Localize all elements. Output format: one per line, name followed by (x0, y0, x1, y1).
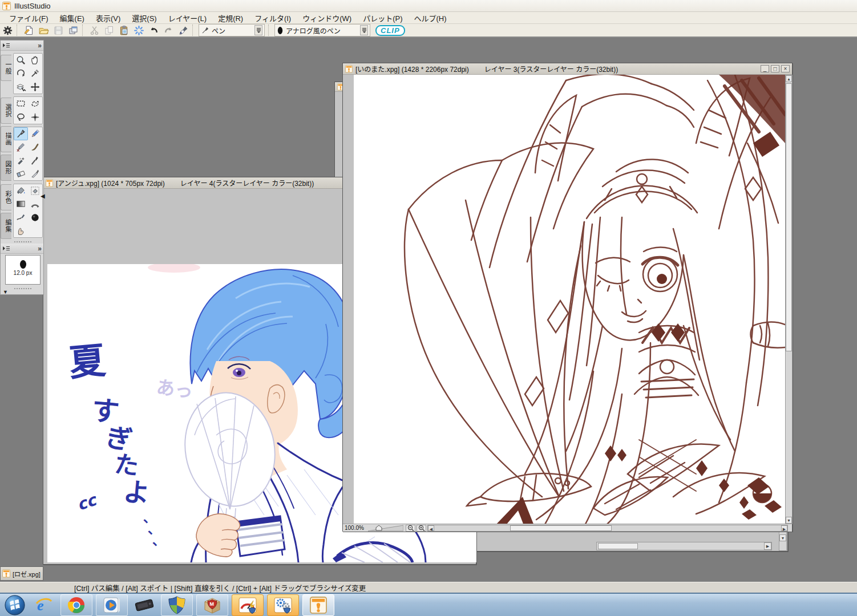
lasso-tool[interactable] (14, 111, 28, 124)
menu-view[interactable]: 表示(V) (90, 11, 126, 25)
background-horizontal-scrollbar[interactable]: ▶ (596, 542, 772, 550)
brush-panel-menu-button[interactable] (2, 246, 10, 251)
pencil-tool[interactable] (28, 127, 42, 140)
app-titlebar[interactable]: IllustStudio (0, 0, 857, 12)
taskbar-internet-explorer[interactable]: e (31, 594, 57, 616)
fude-brush-tool[interactable] (28, 154, 42, 167)
knife-tool[interactable] (28, 167, 42, 180)
magic-wand-tool[interactable] (28, 111, 42, 124)
settings-gear-button[interactable] (1, 24, 14, 37)
inomata-vertical-scrollbar[interactable]: ▲ ▼ (785, 75, 793, 524)
cut-button[interactable] (87, 24, 101, 37)
taskbar-antivirus-box[interactable]: M (196, 594, 228, 616)
shade-circle-tool[interactable] (28, 211, 42, 224)
gradient-tool[interactable] (14, 197, 28, 210)
palette-tab-drawing[interactable]: 描画 (1, 126, 11, 152)
clip-logo[interactable]: CLIP (375, 25, 405, 36)
menu-file[interactable]: ファイル(F) (3, 11, 54, 25)
menu-help[interactable]: ヘルプ(H) (408, 11, 452, 25)
brush-panel-expand-button[interactable]: » (38, 245, 42, 253)
scroll-right-arrow[interactable]: ▶ (781, 525, 787, 531)
menu-filter[interactable]: フィルタ(I) (249, 11, 297, 25)
rect-select-tool[interactable] (14, 97, 28, 110)
arch-tool[interactable] (28, 197, 42, 210)
scroll-down-arrow[interactable]: ▼ (786, 517, 792, 524)
menu-palette[interactable]: パレット(P) (357, 11, 408, 25)
fill-bucket-tool[interactable] (14, 184, 28, 197)
move-tool[interactable] (28, 80, 42, 94)
taskbar-chrome[interactable] (60, 594, 92, 616)
rotate-canvas-tool[interactable] (14, 67, 28, 80)
menu-edit[interactable]: 編集(E) (54, 11, 90, 25)
palette-tab-selection[interactable]: 選択 (1, 98, 11, 124)
inomata-titlebar[interactable]: [いのまた.xpg] (1428 * 2206px 72dpi) レイヤー 3(… (343, 63, 792, 75)
line-smooth-tool[interactable] (14, 211, 28, 224)
marker-pen-tool[interactable] (14, 140, 28, 153)
taskbar-tuneup-utility[interactable] (232, 594, 264, 616)
taskbar-illuststudio[interactable] (302, 594, 334, 616)
minimize-button[interactable]: _ (761, 65, 769, 72)
layer-select-tool[interactable] (14, 80, 28, 94)
blend-finger-tool[interactable] (14, 224, 28, 237)
panel-drag-handle[interactable] (14, 240, 31, 242)
zoom-tool[interactable] (14, 54, 28, 67)
polyline-select-tool[interactable] (28, 97, 42, 110)
palette-expand-button[interactable]: » (38, 42, 42, 50)
copy-button[interactable] (102, 24, 116, 37)
palette-tab-editing[interactable]: 編集 (1, 213, 11, 239)
panel-drag-handle[interactable] (14, 287, 31, 289)
save-all-button[interactable] (66, 24, 80, 37)
arch-icon (30, 198, 41, 209)
taskbar-system-utility[interactable] (267, 594, 299, 616)
horizontal-scroll-thumb[interactable] (510, 525, 612, 531)
brush-size-label: 12.0 px (6, 270, 40, 276)
start-button[interactable] (5, 595, 25, 615)
taskbar-security-shield[interactable] (161, 594, 193, 616)
palette-tab-general[interactable]: 一般 (1, 55, 11, 81)
palette-tab-shapes[interactable]: 図形 (1, 155, 11, 181)
tool-dropdown-button[interactable] (254, 25, 262, 35)
pen-tool[interactable] (14, 127, 28, 140)
redo-button[interactable] (161, 24, 175, 37)
save-button[interactable] (51, 24, 65, 37)
vertical-scroll-thumb[interactable] (786, 83, 792, 351)
current-tool-field[interactable]: ペン (199, 24, 265, 37)
open-file-button[interactable] (37, 24, 50, 37)
airbrush-tool[interactable] (14, 154, 28, 167)
palette-menu-button[interactable] (2, 43, 10, 48)
new-document-button[interactable] (22, 24, 35, 37)
scroll-left-arrow[interactable]: ◀ (428, 525, 434, 531)
inomata-horizontal-scrollbar[interactable]: ◀ ▶ (427, 525, 788, 532)
minimized-window-roze[interactable]: [ロゼ.xpg] (0, 566, 43, 581)
taskbar-media-player[interactable] (96, 594, 128, 616)
zoom-slider[interactable] (368, 524, 403, 532)
ink-pen-button[interactable] (176, 24, 190, 37)
hand-tool[interactable] (28, 54, 42, 67)
menu-window[interactable]: ウィンドウ(W) (297, 11, 357, 25)
scroll-right-arrow[interactable]: ▶ (764, 542, 771, 550)
close-button[interactable]: × (781, 65, 790, 72)
eraser-tool[interactable] (14, 167, 28, 180)
brush-preset-field[interactable]: アナログ風のペン (274, 24, 370, 37)
menu-layer[interactable]: レイヤー(L) (163, 11, 213, 25)
palette-tab-coloring[interactable]: 彩色 (1, 184, 11, 210)
brush-tool[interactable] (28, 140, 42, 153)
zoom-out-button[interactable] (406, 525, 415, 532)
refresh-spinner-button[interactable] (132, 24, 145, 37)
inomata-canvas[interactable] (354, 75, 785, 524)
menu-select[interactable]: 選択(S) (126, 11, 162, 25)
menu-ruler[interactable]: 定規(R) (212, 11, 249, 25)
zoom-in-button[interactable] (417, 525, 426, 532)
palette-dock-arrow[interactable]: ◀ (41, 193, 45, 199)
scroll-down-arrow[interactable]: ▼ (779, 534, 786, 541)
palette-collapse-button[interactable]: ▼ (3, 289, 8, 295)
preset-dropdown-button[interactable] (360, 25, 368, 35)
brush-size-preview[interactable]: 12.0 px (5, 255, 41, 285)
undo-button[interactable] (147, 24, 160, 37)
scroll-up-arrow[interactable]: ▲ (786, 75, 792, 82)
maximize-button[interactable]: □ (771, 65, 779, 72)
eyedropper-tool[interactable] (28, 67, 42, 80)
document-window-inomata[interactable]: [いのまた.xpg] (1428 * 2206px 72dpi) レイヤー 3(… (342, 63, 793, 532)
paste-button[interactable] (117, 24, 131, 37)
taskbar-pen-tablet[interactable] (131, 594, 157, 616)
